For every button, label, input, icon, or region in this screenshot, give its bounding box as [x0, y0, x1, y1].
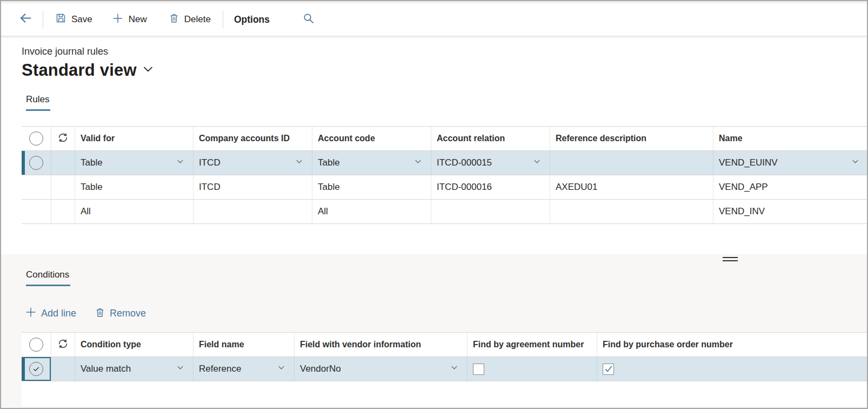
select-all-cell[interactable]: [22, 127, 51, 150]
checkbox-unchecked[interactable]: [473, 364, 484, 375]
name-field[interactable]: VEND_APP: [713, 175, 868, 199]
select-all-cell[interactable]: [22, 333, 51, 357]
cell-value: ITCD: [199, 182, 221, 193]
row-select-cell[interactable]: [22, 175, 51, 199]
tab-rules[interactable]: Rules: [26, 94, 50, 111]
company-accounts-id-field[interactable]: ITCD: [193, 175, 312, 199]
save-button[interactable]: Save: [50, 8, 98, 31]
condition-type-field[interactable]: Value match: [75, 357, 193, 381]
account-code-field[interactable]: Table: [312, 175, 431, 199]
add-line-label: Add line: [41, 308, 76, 319]
chevron-down-icon[interactable]: [295, 157, 303, 168]
toolbar-divider: [43, 11, 43, 28]
table-row: Table ITCD Table ITCD-000016 AXEDU01 VEN…: [22, 175, 868, 200]
cell-value: VEND_INV: [719, 206, 765, 217]
cell-value: ITCD: [199, 157, 221, 168]
row-select-cell[interactable]: [22, 357, 51, 381]
rules-grid-header: Valid for Company accounts ID Account co…: [22, 127, 868, 151]
cell-value: VendorNo: [300, 364, 341, 374]
company-accounts-id-field[interactable]: ITCD: [193, 151, 312, 175]
conditions-actions: Add line Remove: [25, 306, 868, 321]
chevron-down-icon[interactable]: [450, 364, 458, 374]
column-header-valid-for[interactable]: Valid for: [75, 127, 193, 150]
plus-icon: [112, 12, 124, 27]
account-relation-field[interactable]: ITCD-000016: [431, 175, 550, 199]
view-title-label: Standard view: [22, 61, 137, 80]
column-header-field-name[interactable]: Field name: [193, 333, 295, 357]
trash-icon: [95, 307, 105, 321]
chevron-down-icon[interactable]: [851, 157, 859, 168]
back-button[interactable]: [13, 6, 38, 32]
plus-icon: [25, 306, 37, 321]
refresh-cell[interactable]: [51, 333, 75, 357]
company-accounts-id-field[interactable]: [193, 200, 312, 223]
checkbox-checked[interactable]: [603, 364, 614, 375]
search-button[interactable]: [297, 8, 320, 31]
row-select-cell[interactable]: [22, 200, 51, 223]
column-header-find-by-agreement-number[interactable]: Find by agreement number: [468, 333, 597, 357]
column-header-name[interactable]: Name: [713, 127, 868, 150]
cell-value: AXEDU01: [556, 182, 597, 193]
conditions-grid-header: Condition type Field name Field with ven…: [22, 333, 868, 357]
account-code-field[interactable]: All: [312, 200, 431, 223]
cell-value: All: [81, 206, 91, 217]
field-with-vendor-information-field[interactable]: VendorNo: [295, 357, 468, 381]
row-select-cell[interactable]: [22, 151, 51, 175]
account-relation-field[interactable]: ITCD-000015: [431, 151, 550, 175]
rules-grid: Valid for Company accounts ID Account co…: [22, 126, 868, 224]
cell-value: ITCD-000015: [437, 157, 492, 168]
chevron-down-icon[interactable]: [277, 364, 285, 374]
account-relation-field[interactable]: [431, 200, 550, 223]
remove-label: Remove: [110, 308, 146, 319]
search-icon: [302, 12, 315, 27]
column-header-condition-type[interactable]: Condition type: [75, 333, 193, 357]
add-line-button[interactable]: Add line: [25, 306, 76, 321]
row-spacer-cell: [51, 200, 75, 223]
chevron-down-icon: [142, 63, 154, 77]
delete-button[interactable]: Delete: [163, 8, 216, 31]
valid-for-field[interactable]: Table: [75, 175, 193, 199]
row-spacer-cell: [51, 151, 75, 175]
trash-icon: [169, 12, 179, 27]
new-button[interactable]: New: [106, 8, 152, 31]
tab-conditions[interactable]: Conditions: [26, 269, 70, 286]
toolbar-divider: [223, 11, 223, 28]
arrow-left-icon: [18, 11, 33, 28]
column-header-account-code[interactable]: Account code: [312, 127, 431, 150]
column-header-find-by-purchase-order-number[interactable]: Find by purchase order number: [597, 333, 868, 357]
conditions-pane: Conditions Add line Remove: [0, 254, 868, 409]
column-header-reference-description[interactable]: Reference description: [550, 127, 713, 150]
refresh-icon: [57, 338, 69, 352]
chevron-down-icon[interactable]: [176, 364, 184, 374]
reference-description-field[interactable]: AXEDU01: [550, 175, 713, 199]
conditions-grid: Condition type Field name Field with ven…: [22, 332, 868, 381]
name-field[interactable]: VEND_INV: [713, 200, 868, 223]
pane-splitter-handle[interactable]: [723, 257, 738, 261]
reference-description-field[interactable]: [550, 151, 713, 175]
name-field[interactable]: VEND_EUINV: [713, 151, 868, 175]
options-menu[interactable]: Options: [229, 10, 275, 30]
delete-label: Delete: [184, 14, 211, 25]
reference-description-field[interactable]: [550, 200, 713, 223]
field-name-field[interactable]: Reference: [193, 357, 295, 381]
cell-value: Table: [81, 182, 103, 193]
cell-value: Value match: [81, 364, 131, 374]
table-row: Table ITCD Table ITCD-000015: [22, 151, 868, 175]
cell-value: Table: [81, 157, 103, 168]
radio-checked-icon: [29, 362, 43, 376]
column-header-account-relation[interactable]: Account relation: [431, 127, 550, 150]
valid-for-field[interactable]: All: [75, 200, 193, 223]
chevron-down-icon[interactable]: [176, 157, 184, 168]
remove-button[interactable]: Remove: [95, 307, 146, 321]
cell-value: All: [318, 206, 328, 217]
account-code-field[interactable]: Table: [312, 151, 431, 175]
refresh-cell[interactable]: [51, 127, 75, 150]
valid-for-field[interactable]: Table: [75, 151, 193, 175]
form-content: Invoice journal rules Standard view Rule…: [0, 36, 868, 254]
column-header-field-with-vendor-information[interactable]: Field with vendor information: [295, 333, 468, 357]
chevron-down-icon[interactable]: [414, 157, 422, 168]
save-label: Save: [71, 14, 92, 25]
chevron-down-icon[interactable]: [533, 157, 541, 168]
view-title[interactable]: Standard view: [22, 61, 868, 80]
column-header-company-accounts-id[interactable]: Company accounts ID: [193, 127, 312, 150]
